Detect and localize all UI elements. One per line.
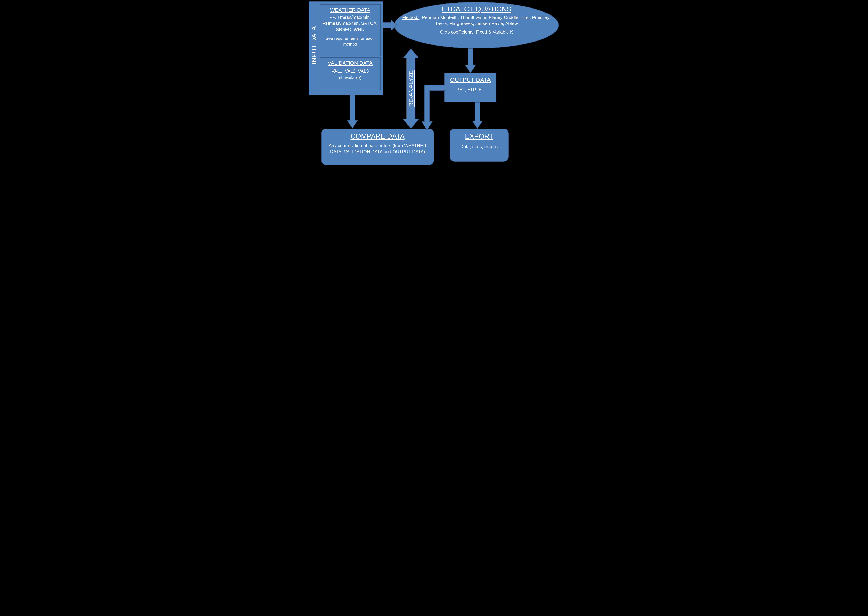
arrow-weather-to-equations [383,20,397,30]
export-title: EXPORT [453,132,505,140]
weather-data-box: WEATHER DATA PP, Tmean/max/min, RHmean/m… [320,4,381,56]
equations-coef: Crop coefficients: Fixed & Variable K [401,29,552,35]
reanalyze-label: RE-ANALYZE [407,64,414,113]
compare-body: Any combination of parameters (from WEAT… [327,143,428,155]
arrow-output-to-export [472,102,483,129]
equations-methods: Methods: Penman-Monteith, Thornthwaite, … [401,14,552,27]
input-data-box: WEATHER DATA PP, Tmean/max/min, RHmean/m… [309,2,383,95]
validation-body: VAL1, VAL2, VAL3 [322,68,378,74]
output-body: PET, ETR, ET [448,87,493,93]
export-body: Data, stats, graphs [453,144,505,150]
weather-note: See requirements for each method [322,36,378,47]
arrow-equations-to-output [465,49,476,73]
output-data-box: OUTPUT DATA PET, ETR, ET [444,73,497,102]
svg-marker-3 [465,49,476,73]
export-box: EXPORT Data, stats, graphs [450,129,509,162]
input-data-label: INPUT DATA [310,21,318,69]
weather-title: WEATHER DATA [322,7,378,13]
equations-box: ETCALC EQUATIONS Methods: Penman-Monteit… [401,5,552,35]
validation-title: VALIDATION DATA [322,60,378,66]
methods-label: Methods [402,15,420,20]
output-title: OUTPUT DATA [448,77,493,83]
svg-marker-2 [383,20,397,30]
arrow-input-to-compare [347,95,357,128]
coef-text: : Fixed & Variable K [473,29,513,35]
arrow-output-to-compare [420,85,446,130]
svg-marker-4 [472,102,483,129]
equations-title: ETCALC EQUATIONS [401,5,552,13]
validation-data-box: VALIDATION DATA VAL1, VAL2, VAL3 (if ava… [320,57,381,90]
coef-label: Crop coefficients [440,29,473,35]
svg-marker-6 [422,85,446,130]
validation-note: (if available) [322,75,378,80]
weather-body: PP, Tmean/max/min, RHmean/max/min, SRTOA… [322,14,378,33]
svg-marker-5 [347,95,357,128]
compare-title: COMPARE DATA [327,132,428,140]
compare-data-box: COMPARE DATA Any combination of paramete… [321,129,434,165]
methods-list: : Penman-Monteith, Thornthwaite, Blaney-… [420,15,551,26]
diagram-canvas: WEATHER DATA PP, Tmean/max/min, RHmean/m… [307,0,561,167]
